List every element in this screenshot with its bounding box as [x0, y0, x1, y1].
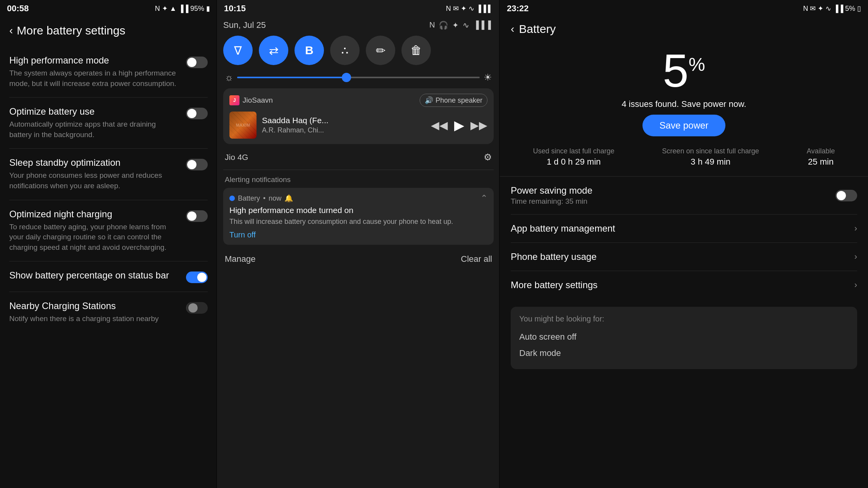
qt-data[interactable]: ⇄: [259, 36, 288, 65]
settings-item-show-percentage: Show battery percentage on status bar: [9, 261, 208, 292]
stat-used-since: Used since last full charge 1 d 0 h 29 m…: [533, 147, 615, 167]
optimize-title: Optimize battery use: [9, 106, 178, 117]
bt-shade-icon: ✦: [452, 21, 459, 30]
time-center: 10:15: [224, 3, 246, 14]
nfc-icon-c: N: [446, 5, 451, 13]
suggestion-dark-mode[interactable]: Dark mode: [519, 345, 849, 361]
show-pct-title: Show battery percentage on status bar: [9, 270, 178, 281]
wifi-shade-icon: ∿: [463, 21, 469, 30]
manage-button[interactable]: Manage: [225, 254, 256, 264]
bt-qt-icon: B: [305, 44, 313, 57]
menu-item-more-settings[interactable]: More battery settings ›: [511, 271, 857, 299]
more-settings-label: More battery settings: [511, 280, 598, 290]
sleep-standby-toggle[interactable]: [186, 159, 208, 170]
wifi-icon-left: ▲: [170, 5, 177, 13]
panel-battery: 23:22 N ✉ ✦ ∿ ▐▐ 5% ▯ ‹ Battery 5% 4 iss…: [500, 0, 868, 488]
show-pct-toggle[interactable]: [186, 271, 208, 283]
battery-menu: Power saving mode Time remaining: 35 min…: [500, 177, 868, 299]
nfc-shade-icon: N: [429, 21, 435, 30]
edit-qt-icon: ✏: [376, 44, 386, 57]
menu-item-app-battery[interactable]: App battery management ›: [511, 215, 857, 243]
alerting-section-label: Alerting notifications: [223, 172, 494, 188]
night-charging-toggle[interactable]: [186, 210, 208, 222]
more-settings-arrow: ›: [854, 280, 857, 290]
jiosaavn-icon: J: [229, 95, 239, 105]
qt-delete[interactable]: 🗑: [401, 36, 431, 65]
stat-used-since-value: 1 d 0 h 29 min: [533, 157, 615, 167]
stat-screen-on-label: Screen on since last full charge: [662, 147, 759, 155]
battery-warning-text: 4 issues found. Save power now.: [500, 99, 868, 109]
play-button[interactable]: ▶: [454, 117, 464, 133]
save-power-button[interactable]: Save power: [642, 115, 726, 136]
next-button[interactable]: ▶▶: [470, 119, 487, 132]
panel-more-battery-settings: 00:58 N ✦ ▲ ▐▐ 95% ▮ ‹ More battery sett…: [0, 0, 217, 488]
more-battery-header: ‹ More battery settings: [0, 17, 217, 46]
prev-button[interactable]: ◀◀: [431, 119, 448, 132]
suggestions-box: You might be looking for: Auto screen of…: [511, 307, 857, 369]
optimize-toggle[interactable]: [186, 108, 208, 119]
brightness-high-icon: ☀: [484, 72, 492, 83]
shade-top-icons: N 🎧 ✦ ∿ ▐▐ ▌: [429, 21, 494, 30]
settings-item-optimize: Optimize battery use Automatically optim…: [9, 98, 208, 149]
brightness-row: ☼ ☀: [223, 72, 494, 83]
back-button-right[interactable]: ‹: [511, 23, 514, 35]
battery-big-percent: 5%: [663, 45, 705, 96]
night-charging-desc: To reduce battery aging, your phone lear…: [9, 222, 178, 253]
signal-icon-left: ▐▐: [178, 5, 188, 13]
battery-pct-r: 5%: [845, 5, 855, 13]
nearby-charging-toggle[interactable]: [186, 302, 208, 314]
notif-title: High performance mode turned on: [229, 206, 487, 215]
notif-dot: [229, 196, 235, 201]
qt-edit[interactable]: ✏: [366, 36, 395, 65]
suggestion-auto-screen-off[interactable]: Auto screen off: [519, 329, 849, 345]
phone-speaker-button[interactable]: 🔊 Phone speaker: [420, 94, 487, 107]
app-battery-label: App battery management: [511, 223, 615, 234]
battery-percentage-display: 5%: [500, 40, 868, 99]
menu-item-power-saving[interactable]: Power saving mode Time remaining: 35 min: [511, 177, 857, 215]
brightness-track[interactable]: [237, 77, 480, 78]
more-battery-title: More battery settings: [17, 24, 125, 37]
brightness-fill: [237, 77, 346, 78]
nfc-icon: N: [155, 5, 160, 13]
qt-torch[interactable]: ⛬: [330, 36, 360, 65]
wifi-icon-r: ∿: [825, 4, 831, 13]
menu-item-phone-usage[interactable]: Phone battery usage ›: [511, 243, 857, 271]
status-icons-left: N ✦ ▲ ▐▐ 95% ▮: [155, 4, 210, 13]
settings-item-high-performance: High performance mode The system always …: [9, 46, 208, 98]
headphone-icon-r: ✉: [810, 4, 816, 13]
high-performance-toggle[interactable]: [186, 57, 208, 68]
stat-used-since-label: Used since last full charge: [533, 147, 615, 155]
divider-1: [223, 170, 494, 170]
status-icons-right: N ✉ ✦ ∿ ▐▐ 5% ▯: [803, 4, 861, 13]
power-saving-label: Power saving mode: [511, 185, 592, 196]
album-art: MAXIM: [229, 112, 257, 139]
notif-turn-off-action[interactable]: Turn off: [229, 230, 487, 239]
stat-available: Available 25 min: [807, 147, 835, 167]
power-saving-toggle[interactable]: [835, 190, 857, 201]
night-charging-title: Optimized night charging: [9, 209, 178, 220]
music-info: Saadda Haq (Fe... A.R. Rahman, Chi...: [262, 116, 425, 134]
speaker-label: Phone speaker: [436, 96, 482, 105]
settings-item-night-charging: Optimized night charging To reduce batte…: [9, 200, 208, 262]
music-artist: A.R. Rahman, Chi...: [262, 126, 425, 134]
notif-bell-icon: 🔔: [284, 194, 293, 203]
brightness-low-icon: ☼: [225, 72, 233, 83]
quick-toggles-row: ∇ ⇄ B ⛬ ✏ 🗑: [223, 36, 494, 65]
qt-wifi[interactable]: ∇: [223, 36, 253, 65]
phone-usage-arrow: ›: [854, 252, 857, 262]
network-settings-icon[interactable]: ⚙: [484, 152, 492, 163]
clear-all-button[interactable]: Clear all: [461, 254, 492, 264]
brightness-thumb[interactable]: [342, 73, 351, 82]
wifi-qt-icon: ∇: [234, 44, 242, 57]
sleep-standby-title: Sleep standby optimization: [9, 157, 178, 168]
battery-warning-save: Save power now.: [679, 99, 746, 109]
settings-item-nearby-charging: Nearby Charging Stations Notify when the…: [9, 292, 208, 333]
music-card-main: MAXIM Saadda Haq (Fe... A.R. Rahman, Chi…: [229, 112, 487, 139]
status-bar-center: 10:15 N ✉ ✦ ∿ ▐▐ ▌: [217, 0, 500, 17]
qt-bluetooth[interactable]: B: [294, 36, 324, 65]
back-button-left[interactable]: ‹: [9, 24, 13, 37]
signal-shade-icon: ▐▐: [473, 21, 484, 30]
delete-qt-icon: 🗑: [410, 44, 422, 57]
music-title: Saadda Haq (Fe...: [262, 116, 425, 125]
notif-collapse-icon[interactable]: ⌃: [480, 193, 487, 203]
